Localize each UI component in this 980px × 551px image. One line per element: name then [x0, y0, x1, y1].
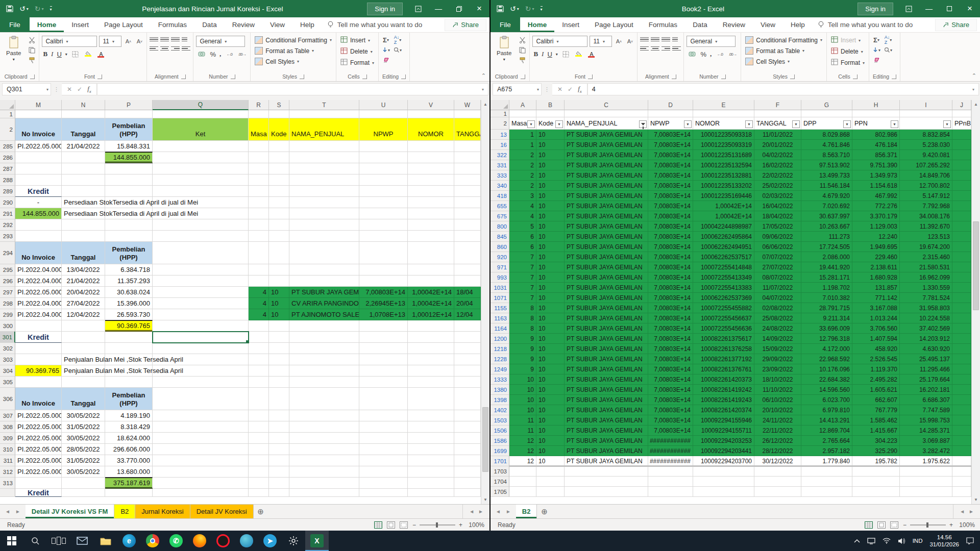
cell-J1249[interactable] — [952, 364, 971, 374]
cell-B1163[interactable]: 10 — [536, 313, 565, 323]
cell-W1[interactable] — [454, 110, 481, 118]
copy-button[interactable] — [518, 46, 527, 54]
cell-B1[interactable] — [536, 110, 565, 117]
cell-N[interactable] — [62, 489, 105, 497]
cut-button[interactable] — [518, 36, 527, 44]
cell-A1380[interactable]: 10 — [509, 385, 536, 395]
cell-F845[interactable]: 09/06/2022 — [754, 232, 801, 242]
cell-H845[interactable]: 12.240 — [852, 232, 900, 242]
redo-icon[interactable]: ↻▾ — [525, 5, 534, 13]
cell-T307[interactable] — [289, 410, 359, 421]
cell-H1704[interactable] — [852, 477, 900, 487]
sort-filter-button[interactable]: A↓Z▾ — [393, 36, 402, 44]
cell-I845[interactable]: 123.513 — [900, 232, 952, 242]
cell-M304[interactable]: 90.369.765 — [15, 365, 62, 377]
cell-R304[interactable] — [249, 365, 269, 377]
align-wrap-button[interactable] — [182, 36, 190, 43]
cell-P306[interactable]: Pembelian (HPP) — [105, 388, 153, 410]
accounting-format-button[interactable] — [688, 50, 697, 58]
sheet-nav-next[interactable]: ► — [15, 509, 20, 514]
cell-D993[interactable]: 7,00803E+14 — [648, 272, 693, 283]
row-number-306[interactable]: 306 — [0, 388, 15, 410]
cell-S304[interactable] — [269, 365, 289, 377]
hscroll-left-arrow[interactable]: ◄ — [960, 509, 965, 514]
insert-cells-button[interactable]: Insert▾ — [339, 36, 376, 45]
column-header-H[interactable]: H — [852, 100, 900, 110]
cell-T313[interactable] — [289, 478, 359, 489]
cell-I1333[interactable]: 25.179.664 — [900, 374, 952, 385]
cell-T1[interactable] — [289, 110, 359, 118]
cell-E1164[interactable]: 100072255456636 — [693, 323, 754, 334]
cell-R305[interactable] — [249, 377, 269, 388]
cell-G16[interactable]: 4.761.846 — [801, 140, 852, 150]
cell-I1701[interactable]: 1.975.622 — [900, 456, 952, 466]
column-header-E[interactable]: E — [693, 100, 754, 110]
formula-input[interactable]: ▾ — [97, 83, 488, 95]
cell-I322[interactable]: 9.420.081 — [900, 150, 952, 160]
cell-T299[interactable]: PT AJINOMOTO SALES — [289, 309, 359, 320]
cell-V288[interactable] — [408, 174, 454, 186]
cell-C13[interactable]: PT SUBUR JAYA GEMILAN — [565, 130, 648, 140]
cell-E418[interactable]: 100012235169446 — [693, 191, 754, 201]
row-number-1164[interactable]: 1164 — [491, 323, 509, 334]
cell-R293[interactable] — [249, 231, 269, 242]
cell-T301[interactable] — [289, 332, 359, 343]
cell-G1701[interactable]: 1.779.840 — [801, 456, 852, 466]
header-cell-PPnBM[interactable]: PPnBM — [952, 117, 971, 130]
cell-V302[interactable] — [408, 343, 454, 354]
cell-V289[interactable] — [408, 186, 454, 197]
cell-F860[interactable]: 06/06/2022 — [754, 242, 801, 252]
cell-C1586[interactable]: PT SUBUR JAYA GEMILAN — [565, 436, 648, 446]
cell-F418[interactable]: 02/03/2022 — [754, 191, 801, 201]
cell-Q311[interactable] — [153, 455, 249, 466]
cell-E1701[interactable]: 100092294203700 — [693, 456, 754, 466]
row-number-293[interactable]: 293 — [0, 231, 15, 242]
cell-D1586[interactable]: ############ — [648, 436, 693, 446]
cell-M312[interactable]: PI.2022.05.00039 — [15, 466, 62, 478]
row-number-308[interactable]: 308 — [0, 421, 15, 433]
delete-cells-button[interactable]: Delete▾ — [339, 47, 376, 56]
cell-E971[interactable]: 100072255414848 — [693, 262, 754, 272]
cell-P296[interactable]: 11.357.293 — [105, 276, 153, 287]
cell-I1249[interactable]: 11.295.466 — [900, 364, 952, 374]
cell-H1699[interactable]: 325.290 — [852, 446, 900, 456]
cell-T290[interactable] — [289, 197, 359, 208]
cell-J322[interactable] — [952, 150, 971, 160]
row-number-1398[interactable]: 1398 — [491, 395, 509, 405]
cell-B13[interactable]: 10 — [536, 130, 565, 140]
cell-P313[interactable]: 375.187.619 — [105, 478, 153, 489]
cell-G1699[interactable]: 2.957.182 — [801, 446, 852, 456]
cell-W297[interactable]: 18/04 — [454, 287, 481, 298]
cell-I1398[interactable]: 6.686.307 — [900, 395, 952, 405]
page-break-view-button[interactable] — [400, 521, 408, 529]
cell-I971[interactable]: 21.580.531 — [900, 262, 952, 272]
cell-R295[interactable] — [249, 264, 269, 276]
cell-G993[interactable]: 15.281.171 — [801, 272, 852, 283]
ribbon-tab-review[interactable]: Review — [715, 17, 753, 32]
cell-F1402[interactable]: 20/10/2022 — [754, 405, 801, 415]
cell-G333[interactable]: 13.499.733 — [801, 170, 852, 181]
horizontal-scrollbar[interactable]: ◄► — [462, 505, 489, 518]
cell-S289[interactable] — [269, 186, 289, 197]
cell-U293[interactable] — [359, 231, 408, 242]
cell-W288[interactable] — [454, 174, 481, 186]
cell-B1031[interactable]: 10 — [536, 283, 565, 293]
name-box[interactable]: Q301▾ — [2, 83, 51, 95]
cell-D1155[interactable]: 7,00803E+14 — [648, 303, 693, 313]
cell-N306[interactable]: Tanggal — [62, 388, 105, 410]
cell-D1218[interactable]: 7,00803E+14 — [648, 344, 693, 354]
cell-B1699[interactable]: 10 — [536, 446, 565, 456]
cell-U289[interactable] — [359, 186, 408, 197]
cell-C675[interactable]: PT SUBUR JAYA GEMILAN — [565, 211, 648, 221]
sign-in-button[interactable]: Sign in — [367, 3, 403, 15]
cell-T309[interactable] — [289, 433, 359, 444]
column-header-C[interactable]: C — [565, 100, 648, 110]
cell-R287[interactable] — [249, 163, 269, 174]
cell-D1163[interactable]: 7,00803E+14 — [648, 313, 693, 323]
share-button[interactable]: Share — [935, 19, 977, 31]
cell-C322[interactable]: PT SUBUR JAYA GEMILAN — [565, 150, 648, 160]
find-select-button[interactable]: ▾ — [884, 46, 893, 54]
row-number-13[interactable]: 13 — [491, 130, 509, 140]
bold-button[interactable]: B — [533, 50, 538, 58]
cell-N294[interactable]: Tanggal — [62, 242, 105, 264]
